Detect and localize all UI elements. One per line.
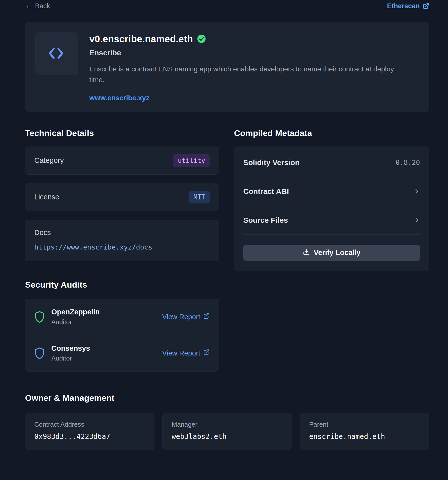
top-bar: ← Back Etherscan: [25, 1, 429, 11]
chevron-right-icon: [413, 188, 420, 195]
code-brackets-icon: [47, 46, 66, 62]
etherscan-label: Etherscan: [387, 2, 420, 10]
download-icon: [303, 248, 310, 257]
external-link-icon: [203, 349, 210, 357]
chevron-right-icon: [413, 217, 420, 223]
contract-abi-label: Contract ABI: [243, 187, 289, 196]
audit-row-consensys: Consensys Auditor View Report: [34, 335, 210, 371]
left-column: Technical Details Category utility Licen…: [25, 128, 219, 372]
view-report-link-openzeppelin[interactable]: View Report: [162, 313, 210, 321]
back-arrow-icon: ←: [25, 3, 32, 10]
solidity-version-row: Solidity Version 0.8.20: [243, 148, 420, 177]
auditor-name: Consensys: [51, 344, 90, 352]
license-badge: MIT: [189, 191, 210, 203]
technical-details-title: Technical Details: [25, 128, 219, 138]
external-link-icon: [423, 3, 429, 9]
app-name: Enscribe: [89, 49, 405, 57]
security-audits-card: OpenZeppelin Auditor View Report: [25, 299, 219, 372]
profile-header-card: v0.enscribe.named.eth Enscribe Enscribe …: [25, 22, 429, 112]
auditor-role: Auditor: [51, 318, 100, 326]
parent-card: Parent enscribe.named.eth: [300, 413, 429, 450]
owner-management-grid: Contract Address 0x983d3...4223d6a7 Mana…: [25, 413, 429, 450]
shield-icon: [34, 311, 45, 323]
contract-abi-row[interactable]: Contract ABI: [243, 177, 420, 206]
contract-address-card: Contract Address 0x983d3...4223d6a7: [25, 413, 154, 450]
verified-badge-icon: [197, 34, 206, 44]
shield-icon: [34, 347, 45, 359]
solidity-version-label: Solidity Version: [243, 158, 300, 167]
source-files-row[interactable]: Source Files: [243, 206, 420, 234]
app-icon: [35, 32, 78, 75]
verify-locally-button[interactable]: Verify Locally: [243, 245, 420, 261]
solidity-version-value: 0.8.20: [395, 159, 420, 166]
audit-info: Consensys Auditor: [51, 344, 90, 362]
security-audits-title: Security Audits: [25, 280, 219, 290]
docs-card: Docs https://www.enscribe.xyz/docs: [25, 220, 219, 261]
back-button[interactable]: ← Back: [25, 2, 50, 10]
back-label: Back: [35, 2, 50, 10]
category-badge: utility: [173, 154, 210, 167]
owner-management-title: Owner & Management: [25, 393, 429, 403]
license-row: License MIT: [25, 183, 219, 211]
auditor-role: Auditor: [51, 354, 90, 362]
source-files-label: Source Files: [243, 216, 288, 224]
parent-value: enscribe.named.eth: [309, 432, 420, 441]
compiled-metadata-card: Solidity Version 0.8.20 Contract ABI Sou…: [234, 147, 429, 271]
app-description: Enscribe is a contract ENS naming app wh…: [89, 64, 405, 85]
manager-card: Manager web3labs2.eth: [162, 413, 292, 450]
profile-header-text: v0.enscribe.named.eth Enscribe Enscribe …: [89, 32, 405, 102]
category-row: Category utility: [25, 147, 219, 175]
category-label: Category: [34, 156, 64, 165]
audit-info: OpenZeppelin Auditor: [51, 308, 100, 326]
verify-locally-label: Verify Locally: [314, 249, 361, 257]
contract-address-value: 0x983d3...4223d6a7: [34, 432, 145, 441]
external-link-icon: [203, 313, 210, 321]
docs-label: Docs: [34, 228, 210, 237]
parent-label: Parent: [309, 421, 420, 428]
view-report-label: View Report: [162, 313, 200, 321]
auditor-name: OpenZeppelin: [51, 308, 100, 316]
details-grid: Technical Details Category utility Licen…: [25, 128, 429, 372]
docs-link[interactable]: https://www.enscribe.xyz/docs: [34, 243, 152, 251]
footer-divider: [25, 473, 429, 473]
view-report-label: View Report: [162, 349, 200, 357]
license-label: License: [34, 193, 59, 201]
profile-name: v0.enscribe.named.eth: [89, 34, 193, 45]
manager-value: web3labs2.eth: [172, 432, 283, 441]
compiled-metadata-title: Compiled Metadata: [234, 128, 429, 138]
contract-address-label: Contract Address: [34, 421, 145, 428]
website-link[interactable]: www.enscribe.xyz: [89, 94, 149, 102]
page-container: ← Back Etherscan v0.enscr: [25, 0, 429, 480]
view-report-link-consensys[interactable]: View Report: [162, 349, 210, 357]
right-column: Compiled Metadata Solidity Version 0.8.2…: [234, 128, 429, 271]
etherscan-link[interactable]: Etherscan: [387, 2, 429, 10]
profile-title-row: v0.enscribe.named.eth: [89, 34, 405, 45]
manager-label: Manager: [172, 421, 283, 428]
divider: [243, 234, 420, 235]
audit-row-openzeppelin: OpenZeppelin Auditor View Report: [34, 299, 210, 335]
